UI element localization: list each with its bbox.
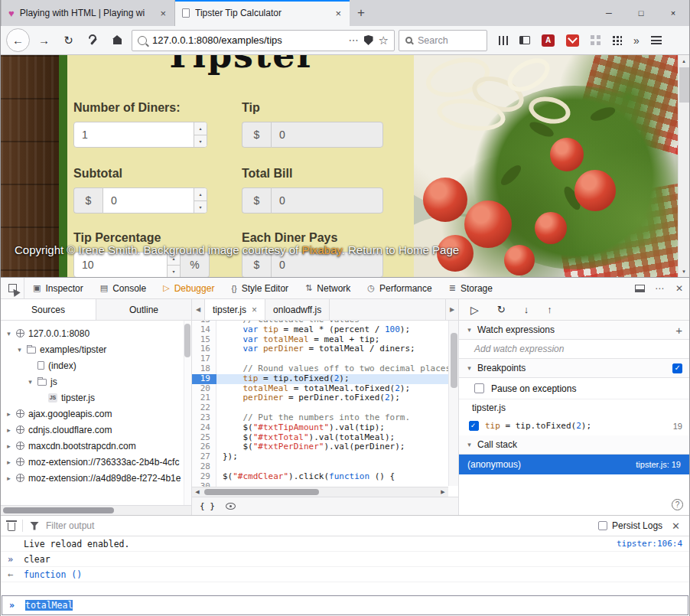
line-number[interactable]: 18 xyxy=(192,364,216,374)
breakpoint-checkbox[interactable] xyxy=(469,421,479,431)
page-actions-icon[interactable]: ⋯ xyxy=(349,34,359,46)
pause-on-exceptions-checkbox[interactable] xyxy=(474,383,484,393)
reload-button[interactable]: ↻ xyxy=(58,30,79,51)
console-input-value[interactable]: totalMeal xyxy=(25,600,73,611)
line-number[interactable]: 24 xyxy=(192,423,216,433)
step-over-button[interactable]: ↻ xyxy=(497,304,506,315)
resume-button[interactable]: ▷ xyxy=(470,304,479,316)
scroll-left-icon[interactable]: ◀ xyxy=(192,487,203,497)
shield-icon[interactable] xyxy=(364,35,373,45)
chevron-down-icon[interactable]: ▾ xyxy=(5,330,12,337)
scrollbar-thumb[interactable] xyxy=(184,324,190,357)
red-extension-icon[interactable] xyxy=(566,34,579,47)
console-close-icon[interactable]: ✕ xyxy=(669,520,682,532)
editor-tab-onloadwff[interactable]: onloadwff.js xyxy=(265,299,330,320)
forward-button[interactable]: → xyxy=(34,30,54,51)
scrollbar-thumb[interactable] xyxy=(679,67,689,103)
scroll-right-icon[interactable]: ▶ xyxy=(438,487,448,497)
new-tab-button[interactable]: + xyxy=(350,0,373,26)
source-tree-item[interactable]: ▸cdnjs.cloudflare.com xyxy=(1,422,191,438)
wrench-icon[interactable] xyxy=(83,30,103,51)
menu-button[interactable] xyxy=(651,36,662,44)
dock-button[interactable] xyxy=(630,285,649,292)
filter-output-input[interactable]: Filter output xyxy=(46,520,591,531)
persist-logs-checkbox[interactable] xyxy=(598,521,607,530)
url-text[interactable]: 127.0.0.1:8080/examples/tips xyxy=(152,34,343,46)
source-tree-item[interactable]: ▸moz-extension://736333ac-2b4b-4cfc xyxy=(1,454,191,470)
scroll-down-icon[interactable]: ▾ xyxy=(679,266,689,277)
diners-input[interactable]: 1 ▴▾ xyxy=(73,122,207,148)
browser-tab-2[interactable]: Tipster Tip Calculator × xyxy=(175,0,350,26)
back-button[interactable]: ← xyxy=(6,28,30,52)
source-tree-item[interactable]: (index) xyxy=(1,357,191,373)
close-button[interactable]: × xyxy=(657,0,689,26)
pixabay-link[interactable]: Pixabay xyxy=(301,243,341,256)
line-number[interactable]: 28 xyxy=(192,462,216,472)
devtools-tab-style-editor[interactable]: {}Style Editor xyxy=(223,278,297,298)
clear-console-icon[interactable] xyxy=(8,523,15,531)
line-number[interactable]: 19 xyxy=(192,374,216,384)
tree-hscrollbar[interactable] xyxy=(1,505,191,515)
source-tree-item[interactable]: ▾127.0.0.1:8080 xyxy=(1,325,191,341)
sidebar-icon[interactable] xyxy=(519,36,530,44)
watch-expressions-header[interactable]: ▾ Watch expressions + xyxy=(459,321,689,340)
call-stack-frame[interactable]: (anonymous) tipster.js: 19 xyxy=(459,455,689,474)
home-page-link[interactable]: Return to Home Page xyxy=(348,243,459,256)
chevron-down-icon[interactable]: ▾ xyxy=(27,378,34,386)
tab-close-icon[interactable]: × xyxy=(158,8,168,19)
devtools-menu-button[interactable]: ⋯ xyxy=(649,283,669,294)
number-spinner[interactable]: ▴▾ xyxy=(194,122,207,147)
devtools-tab-inspector[interactable]: ▣Inspector xyxy=(24,278,92,298)
devtools-tab-network[interactable]: ⇅Network xyxy=(297,278,359,298)
add-watch-input[interactable]: Add watch expression xyxy=(459,340,689,359)
chevron-right-icon[interactable]: ▸ xyxy=(5,474,12,482)
extensions-grid-icon[interactable] xyxy=(591,35,600,45)
browser-tab-1[interactable]: ♥ Playing with HTML | Playing wi × xyxy=(1,0,175,26)
chevron-right-icon[interactable]: ▸ xyxy=(5,458,12,466)
scrollbar-thumb[interactable] xyxy=(3,507,114,513)
source-tree-item[interactable]: ▾examples/tipster xyxy=(1,341,191,357)
scrollbar-thumb[interactable] xyxy=(451,333,457,388)
chevron-right-icon[interactable]: ▸ xyxy=(5,426,12,434)
devtools-tab-console[interactable]: ▤Console xyxy=(92,278,155,298)
step-out-button[interactable]: ↑ xyxy=(547,304,552,315)
pretty-print-button[interactable]: { } xyxy=(200,501,215,511)
maximize-button[interactable]: □ xyxy=(625,0,657,26)
number-spinner[interactable]: ▴▾ xyxy=(194,188,207,213)
tree-scrollbar[interactable] xyxy=(184,321,191,505)
line-number[interactable]: 29 xyxy=(192,472,216,482)
tab-close-icon[interactable]: × xyxy=(334,8,343,19)
adobe-acrobat-icon[interactable]: A xyxy=(542,34,555,47)
page-scrollbar[interactable]: ▴ ▾ xyxy=(678,55,689,277)
source-location-link[interactable]: tipster:106:4 xyxy=(617,539,682,549)
tab-sources[interactable]: Sources xyxy=(1,299,96,320)
step-in-button[interactable]: ↓ xyxy=(524,304,529,315)
breakpoints-toggle-checkbox[interactable] xyxy=(672,363,682,373)
scrollbar-thumb[interactable] xyxy=(204,489,319,495)
library-icon[interactable] xyxy=(499,36,508,45)
devtools-tab-debugger[interactable]: ▷Debugger xyxy=(155,278,223,298)
pause-on-exceptions-row[interactable]: Pause on exceptions xyxy=(459,378,689,399)
devtools-close-button[interactable]: ✕ xyxy=(669,283,689,294)
tabs-scroll-left-icon[interactable]: ◀ xyxy=(192,299,205,320)
source-tree-item[interactable]: ▸moz-extension://a4d89d8e-f272-4b1e xyxy=(1,470,191,486)
address-bar[interactable]: 127.0.0.1:8080/examples/tips ⋯ ☆ xyxy=(132,30,395,51)
blackbox-eye-icon[interactable] xyxy=(226,503,236,510)
help-icon[interactable]: ? xyxy=(672,499,683,510)
breakpoint-item[interactable]: tip = tip.toFixed(2); 19 xyxy=(459,416,689,435)
bookmark-star-icon[interactable]: ☆ xyxy=(379,34,389,47)
home-button[interactable] xyxy=(107,30,128,51)
devtools-tab-performance[interactable]: ◷Performance xyxy=(359,278,440,298)
minimize-button[interactable]: ─ xyxy=(593,0,625,26)
add-watch-icon[interactable]: + xyxy=(675,324,682,337)
devtools-tab-storage[interactable]: ≣Storage xyxy=(441,278,501,298)
console-input[interactable]: » totalMeal xyxy=(2,595,688,615)
tab-outline[interactable]: Outline xyxy=(96,299,191,320)
search-bar[interactable]: Search xyxy=(399,30,487,51)
call-stack-header[interactable]: ▾ Call stack xyxy=(459,435,689,455)
apps-menu-icon[interactable] xyxy=(612,35,622,45)
breakpoint-source-heading[interactable]: tipster.js xyxy=(459,399,689,416)
editor-vscrollbar[interactable] xyxy=(448,321,458,486)
source-tree-item[interactable]: JStipster.js xyxy=(1,389,191,406)
line-number[interactable]: 14 xyxy=(192,325,216,335)
